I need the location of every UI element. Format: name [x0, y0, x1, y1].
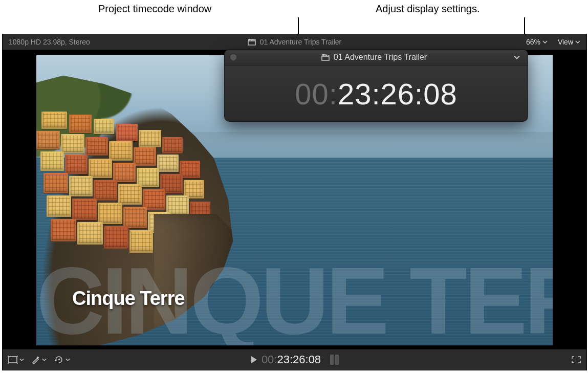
viewer-bottombar: 00:23:26:08	[3, 349, 586, 370]
small-title-overlay: Cinque Terre	[72, 288, 185, 310]
close-icon[interactable]	[230, 54, 237, 61]
tc-display-settings[interactable]	[511, 54, 522, 61]
callout-timecode: Project timecode window	[98, 3, 211, 15]
fullscreen-icon	[571, 356, 581, 364]
chevron-down-icon	[575, 40, 580, 44]
audio-meter	[330, 355, 339, 365]
tc-main: 23:26:08	[277, 353, 321, 366]
clapperboard-icon	[321, 54, 330, 61]
tc-prefix: 00:	[262, 353, 277, 366]
enhance-icon	[31, 355, 40, 364]
viewer-title: 01 Adventure Trips Trailer	[260, 38, 342, 46]
play-icon	[250, 356, 257, 364]
svg-rect-0	[9, 357, 17, 363]
transform-menu[interactable]	[8, 356, 24, 364]
chevron-down-icon	[542, 40, 548, 44]
project-timecode-window[interactable]: 01 Adventure Trips Trailer 00:23:26:08	[224, 49, 528, 122]
chevron-down-icon	[42, 358, 47, 362]
tc-window-prefix: 00:	[295, 77, 338, 111]
view-menu-label: View	[558, 38, 573, 46]
chevron-down-icon	[19, 358, 24, 362]
format-info: 1080p HD 23.98p, Stereo	[9, 38, 90, 46]
zoom-value: 66%	[526, 38, 540, 46]
callout-settings: Adjust display settings.	[376, 3, 480, 15]
chevron-down-icon	[66, 358, 70, 362]
chevron-down-icon	[513, 55, 520, 60]
tc-window-value: 23:26:08	[338, 77, 458, 111]
zoom-dropdown[interactable]: 66%	[526, 38, 548, 46]
fullscreen-button[interactable]	[571, 356, 581, 364]
enhance-menu[interactable]	[31, 355, 47, 364]
retime-menu[interactable]	[54, 356, 70, 364]
viewer-topbar: 1080p HD 23.98p, Stereo 01 Adventure Tri…	[3, 34, 586, 50]
tc-window-titlebar[interactable]: 01 Adventure Trips Trailer	[225, 50, 528, 65]
transform-icon	[8, 356, 18, 364]
view-menu[interactable]: View	[558, 38, 580, 46]
retime-icon	[54, 356, 64, 364]
tc-window-title: 01 Adventure Trips Trailer	[334, 53, 427, 62]
clapperboard-icon	[248, 38, 256, 46]
transport-timecode: 00:23:26:08	[3, 353, 586, 366]
tc-window-body[interactable]: 00:23:26:08	[225, 65, 528, 122]
